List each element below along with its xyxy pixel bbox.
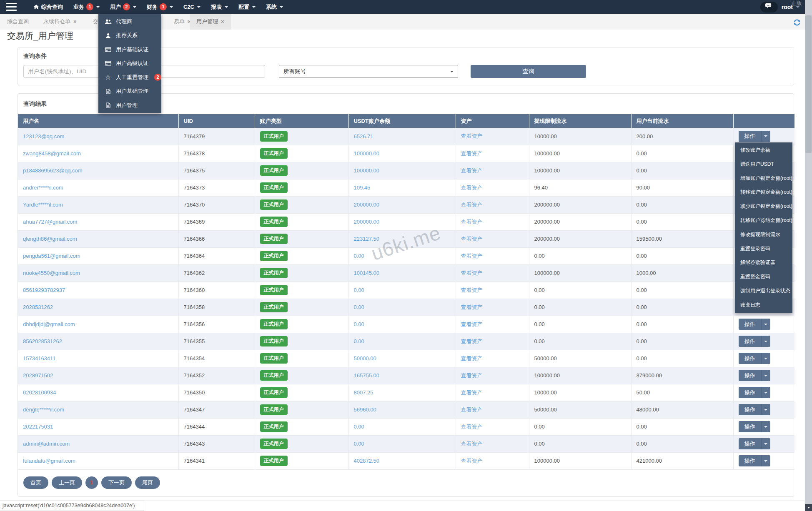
action-button[interactable]: 操作 xyxy=(739,370,761,381)
action-menu-item[interactable]: 修改提现限制流水 xyxy=(735,228,792,242)
usdt-balance-link[interactable]: 56960.00 xyxy=(354,406,376,413)
nav-item-1[interactable]: 业务1 xyxy=(73,3,100,11)
action-button[interactable]: 操作 xyxy=(739,387,761,398)
action-menu-item[interactable]: 重置资金密码 xyxy=(735,270,792,284)
usdt-balance-link[interactable]: 0.00 xyxy=(354,287,364,293)
view-assets-link[interactable]: 查看资产 xyxy=(461,184,483,191)
nav-item-7[interactable]: 系统 xyxy=(266,3,283,11)
action-caret-button[interactable] xyxy=(761,421,770,432)
usdt-balance-link[interactable]: 0.00 xyxy=(354,441,364,447)
view-assets-link[interactable]: 查看资产 xyxy=(461,219,483,225)
view-assets-link[interactable]: 查看资产 xyxy=(461,167,483,174)
close-icon[interactable] xyxy=(221,18,224,25)
usdt-balance-link[interactable]: 100000.00 xyxy=(354,167,379,174)
action-button[interactable]: 操作 xyxy=(739,336,761,347)
page-last-button[interactable]: 尾页 xyxy=(135,476,160,489)
usdt-balance-link[interactable]: 0.00 xyxy=(354,253,364,259)
usdt-balance-link[interactable]: 50000.00 xyxy=(354,355,376,361)
action-button[interactable]: 操作 xyxy=(739,421,761,432)
tab-3[interactable]: 易单 xyxy=(174,14,191,30)
usdt-balance-link[interactable]: 0.00 xyxy=(354,338,364,344)
action-button[interactable]: 操作 xyxy=(739,353,761,364)
user-menu-item[interactable]: 代理商 xyxy=(98,15,161,29)
view-assets-link[interactable]: 查看资产 xyxy=(461,270,483,276)
action-button[interactable]: 操作 xyxy=(739,438,761,449)
scrollbar-thumb[interactable] xyxy=(805,15,812,153)
usdt-balance-link[interactable]: 6526.71 xyxy=(354,133,373,140)
tab-2[interactable]: 交 xyxy=(93,14,98,30)
username-link[interactable]: admin@admin.com xyxy=(23,441,70,447)
scroll-down-button[interactable] xyxy=(805,504,812,511)
view-assets-link[interactable]: 查看资产 xyxy=(461,355,483,361)
usdt-balance-link[interactable]: 402872.50 xyxy=(354,458,379,464)
usdt-balance-link[interactable]: 200000.00 xyxy=(354,202,379,208)
view-assets-link[interactable]: 查看资产 xyxy=(461,133,483,139)
view-assets-link[interactable]: 查看资产 xyxy=(461,253,483,259)
nav-item-2[interactable]: 用户2 xyxy=(110,3,136,11)
action-caret-button[interactable] xyxy=(761,131,770,142)
nav-item-3[interactable]: 财务1 xyxy=(147,3,173,11)
page-current[interactable]: 1 xyxy=(85,476,98,489)
usdt-balance-link[interactable]: 200000.00 xyxy=(354,219,379,225)
view-assets-link[interactable]: 查看资产 xyxy=(461,236,483,242)
action-menu-item[interactable]: 修改账户余额 xyxy=(735,143,792,157)
view-assets-link[interactable]: 查看资产 xyxy=(461,372,483,379)
page-prev-button[interactable]: 上一页 xyxy=(52,476,82,489)
action-caret-button[interactable] xyxy=(761,455,770,466)
action-caret-button[interactable] xyxy=(761,336,770,347)
action-button[interactable]: 操作 xyxy=(739,319,761,330)
action-menu-item[interactable]: 减少账户锁定金额(root) xyxy=(735,199,792,214)
username-link[interactable]: 85619293782937 xyxy=(23,287,65,293)
page-next-button[interactable]: 下一页 xyxy=(101,476,132,489)
view-assets-link[interactable]: 查看资产 xyxy=(461,458,483,464)
action-menu-item[interactable]: 转移账户冻结金额(root) xyxy=(735,214,792,228)
action-menu-item[interactable]: 重置登录密码 xyxy=(735,242,792,256)
action-menu-item[interactable]: 增加账户锁定金额(root) xyxy=(735,172,792,186)
username-link[interactable]: 02028100934 xyxy=(23,389,56,396)
action-caret-button[interactable] xyxy=(761,353,770,364)
action-menu-item[interactable]: 强制用户退出登录状态 xyxy=(735,284,792,298)
user-menu-item[interactable]: 用户基础管理 xyxy=(98,85,161,99)
view-assets-link[interactable]: 查看资产 xyxy=(461,424,483,430)
username-link[interactable]: 2028531262 xyxy=(23,304,53,310)
view-assets-link[interactable]: 查看资产 xyxy=(461,441,483,447)
tab-1[interactable]: 永续持仓单 xyxy=(43,14,77,30)
menu-toggle-button[interactable] xyxy=(6,3,17,11)
action-button[interactable]: 操作 xyxy=(739,404,761,415)
username-link[interactable]: Yardle*****il.com xyxy=(23,202,63,208)
username-link[interactable]: 2028971502 xyxy=(23,372,53,379)
view-assets-link[interactable]: 查看资产 xyxy=(461,287,483,293)
close-icon[interactable] xyxy=(73,18,77,25)
username-link[interactable]: ahua7727@gmail.com xyxy=(23,219,77,225)
nav-item-5[interactable]: 报表 xyxy=(211,3,228,11)
usdt-balance-link[interactable]: 100145.00 xyxy=(354,270,379,276)
tab-4[interactable]: 用户管理 xyxy=(190,14,231,30)
action-button[interactable]: 操作 xyxy=(739,131,761,142)
action-menu-item[interactable]: 赠送用户USDT xyxy=(735,157,792,172)
username-link[interactable]: p18488695623@qq.com xyxy=(23,167,83,174)
usdt-balance-link[interactable]: 0.00 xyxy=(354,304,364,310)
username-link[interactable]: dhhdjdjdj@gmail.com xyxy=(23,321,75,327)
page-first-button[interactable]: 首页 xyxy=(23,476,48,489)
action-caret-button[interactable] xyxy=(761,370,770,381)
action-caret-button[interactable] xyxy=(761,387,770,398)
user-menu-item[interactable]: 用户基础认证 xyxy=(98,42,161,57)
username-link[interactable]: dengfe*****il.com xyxy=(23,406,64,413)
username-link[interactable]: fulandafu@gmail.com xyxy=(23,458,75,464)
view-assets-link[interactable]: 查看资产 xyxy=(461,338,483,344)
action-menu-item[interactable]: 转移账户锁定金额(root) xyxy=(735,185,792,199)
user-menu-item[interactable]: 用户管理 xyxy=(98,98,161,112)
view-assets-link[interactable]: 查看资产 xyxy=(461,150,483,157)
action-menu-item[interactable]: 解绑谷歌验证器 xyxy=(735,256,792,270)
messages-button[interactable] xyxy=(760,2,778,12)
view-assets-link[interactable]: 查看资产 xyxy=(461,389,483,396)
action-button[interactable]: 操作 xyxy=(739,455,761,466)
view-assets-link[interactable]: 查看资产 xyxy=(461,304,483,310)
view-assets-link[interactable]: 查看资产 xyxy=(461,406,483,413)
username-link[interactable]: 2022175031 xyxy=(23,424,53,430)
user-menu-item[interactable]: 人工重置管理2 xyxy=(98,70,161,85)
view-assets-link[interactable]: 查看资产 xyxy=(461,321,483,327)
user-menu-item[interactable]: 用户高级认证 xyxy=(98,57,161,71)
username-link[interactable]: andrer*****il.com xyxy=(23,184,63,191)
username-link[interactable]: zwang8458@gmail.com xyxy=(23,150,81,157)
